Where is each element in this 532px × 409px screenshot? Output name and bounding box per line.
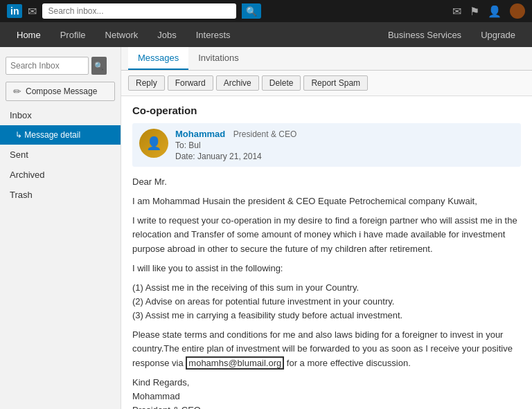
forward-button[interactable]: Forward <box>168 75 213 91</box>
search-inbox-button[interactable]: 🔍 <box>91 57 107 75</box>
search-button[interactable]: 🔍 <box>242 3 261 19</box>
avatar-icon[interactable] <box>510 3 525 19</box>
tab-messages[interactable]: Messages <box>128 47 188 70</box>
mail-notification-icon[interactable]: ✉ <box>452 5 461 18</box>
linkedin-logo: in <box>7 4 22 18</box>
nav-home[interactable]: Home <box>7 22 51 47</box>
compose-icon: ✏ <box>13 86 21 97</box>
mail-icon[interactable]: ✉ <box>28 5 37 18</box>
avatar: 👤 <box>139 129 168 158</box>
message-subject: Co-operation <box>132 104 521 116</box>
nav-interests[interactable]: Interests <box>186 22 240 47</box>
to-label: To: <box>175 140 188 150</box>
nav-network[interactable]: Network <box>96 22 148 47</box>
tab-invitations[interactable]: Invitations <box>188 47 249 70</box>
profile-icon[interactable]: 👤 <box>488 5 502 18</box>
to-value: Bul <box>188 140 200 150</box>
sidebar-item-sent[interactable]: Sent <box>0 145 121 165</box>
sidebar-item-trash[interactable]: Trash <box>0 185 121 205</box>
archive-button[interactable]: Archive <box>216 75 259 91</box>
nav-business-services[interactable]: Business Services <box>378 22 471 47</box>
sidebar-item-inbox[interactable]: Inbox <box>0 105 121 125</box>
search-input[interactable] <box>42 3 236 19</box>
sidebar-item-archived[interactable]: Archived <box>0 165 121 185</box>
sidebar-item-message-detail[interactable]: ↳ Message detail <box>0 125 121 145</box>
date-value: January 21, 2014 <box>197 152 262 161</box>
date-label: Date: <box>175 152 197 161</box>
sender-title: President & CEO <box>233 129 296 139</box>
nav-profile[interactable]: Profile <box>51 22 96 47</box>
email-link[interactable]: mohamhs@blumail.org <box>186 356 284 370</box>
sender-name: Mohammad <box>175 129 225 139</box>
nav-upgrade[interactable]: Upgrade <box>471 22 525 47</box>
search-inbox-input[interactable] <box>6 57 89 75</box>
compose-label: Compose Message <box>26 87 97 96</box>
report-spam-button[interactable]: Report Spam <box>303 75 368 91</box>
flag-icon[interactable]: ⚑ <box>470 5 479 18</box>
message-body: Dear Mr. I am Mohammad Husain the presid… <box>132 175 521 409</box>
delete-button[interactable]: Delete <box>262 75 301 91</box>
compose-button[interactable]: ✏ Compose Message <box>6 82 115 101</box>
reply-button[interactable]: Reply <box>128 75 165 91</box>
nav-jobs[interactable]: Jobs <box>148 22 186 47</box>
